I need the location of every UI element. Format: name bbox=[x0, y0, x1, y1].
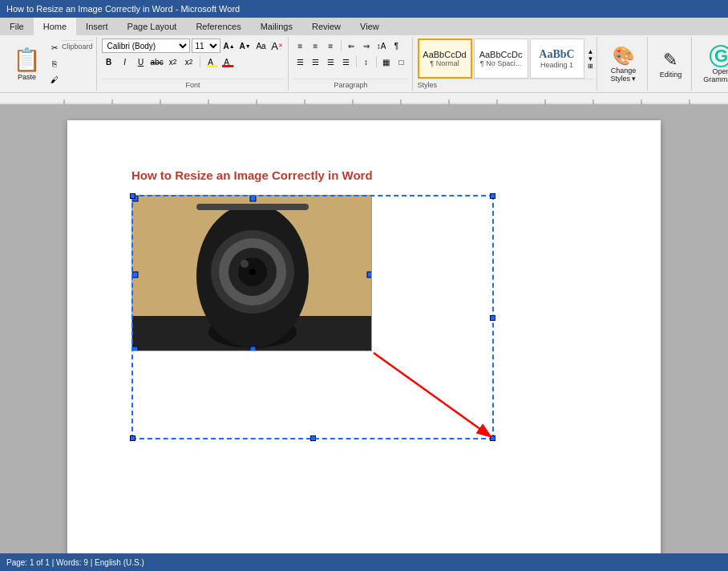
format-painter-button[interactable]: 🖌 bbox=[47, 73, 62, 87]
shrink-font-button[interactable]: A▼ bbox=[238, 38, 253, 53]
paragraph-group: ≡ ≡ ≡ ⇐ ⇒ ↕A ¶ ☰ ☰ ☰ ☰ ↕ ▦ □ Paragraph bbox=[290, 37, 413, 91]
svg-line-34 bbox=[374, 353, 489, 435]
font-divider bbox=[200, 56, 200, 67]
paragraph-label: Paragraph bbox=[293, 79, 409, 89]
style-heading1-button[interactable]: AaBbC Heading 1 bbox=[530, 38, 584, 79]
clipboard-group: 📋 Paste ✂ ⎘ 🖌 Clipboard bbox=[3, 37, 97, 91]
clipboard-label: Clipboard bbox=[62, 40, 93, 89]
svg-rect-28 bbox=[132, 196, 138, 201]
styles-more[interactable]: ⊞ bbox=[588, 63, 594, 70]
align-left-button[interactable]: ☰ bbox=[293, 55, 308, 69]
line-spacing-button[interactable]: ↕ bbox=[359, 55, 374, 69]
webcam-image bbox=[131, 195, 372, 351]
multilevel-list-button[interactable]: ≡ bbox=[324, 38, 338, 53]
title-bar: How to Resize an Image Correctly in Word… bbox=[0, 0, 728, 18]
bullets-button[interactable]: ≡ bbox=[293, 38, 308, 53]
subscript-button[interactable]: x2 bbox=[166, 55, 180, 69]
editing-group: ✎ Editing bbox=[649, 37, 692, 91]
svg-rect-30 bbox=[132, 272, 138, 277]
superscript-button[interactable]: x2 bbox=[182, 55, 196, 69]
ribbon-content: 📋 Paste ✂ ⎘ 🖌 Clipboard Calibri (Body) 1… bbox=[0, 35, 728, 92]
ruler-svg bbox=[0, 93, 728, 104]
grow-font-button[interactable]: A▲ bbox=[222, 38, 237, 53]
decrease-indent-button[interactable]: ⇐ bbox=[344, 38, 358, 53]
font-family-select[interactable]: Calibri (Body) bbox=[102, 38, 190, 53]
window-title: How to Resize an Image Correctly in Word… bbox=[6, 4, 240, 14]
shading-button[interactable]: ▦ bbox=[379, 55, 394, 69]
copy-button[interactable]: ⎘ bbox=[47, 57, 62, 71]
svg-rect-0 bbox=[0, 93, 728, 104]
handle-bottom-mid bbox=[310, 435, 316, 441]
tab-view[interactable]: View bbox=[350, 18, 389, 35]
styles-scroll-down[interactable]: ▼ bbox=[588, 55, 594, 63]
increase-indent-button[interactable]: ⇒ bbox=[359, 38, 374, 53]
grammarly-group: G OpenGrammarly bbox=[694, 37, 728, 91]
underline-button[interactable]: U bbox=[134, 55, 148, 69]
style-normal-button[interactable]: AaBbCcDd ¶ Normal bbox=[418, 38, 472, 79]
svg-rect-27 bbox=[196, 204, 309, 210]
svg-rect-31 bbox=[367, 272, 372, 277]
svg-rect-33 bbox=[250, 346, 256, 351]
status-bar: Page: 1 of 1 | Words: 9 | English (U.S.) bbox=[0, 553, 728, 571]
font-color-button[interactable]: A bbox=[220, 55, 234, 69]
justify-button[interactable]: ☰ bbox=[339, 55, 354, 69]
change-case-button[interactable]: Aa bbox=[254, 38, 269, 53]
tab-references[interactable]: References bbox=[186, 18, 250, 35]
handle-bottom-left bbox=[130, 435, 135, 441]
tab-page-layout[interactable]: Page Layout bbox=[118, 18, 187, 35]
image-container[interactable] bbox=[131, 195, 372, 351]
font-group: Calibri (Body) 11 A▲ A▼ Aa A✕ B I U abc … bbox=[99, 37, 289, 91]
sort-button[interactable]: ↕A bbox=[374, 38, 389, 53]
change-styles-group: 🎨 ChangeStyles ▾ bbox=[599, 37, 648, 91]
para-divider1 bbox=[341, 40, 342, 51]
tab-insert[interactable]: Insert bbox=[76, 18, 118, 35]
strikethrough-button[interactable]: abc bbox=[150, 55, 164, 69]
page: How to Resize an Image Correctly in Word bbox=[67, 120, 661, 571]
styles-label: Styles bbox=[418, 79, 594, 89]
editing-button[interactable]: ✎ Editing bbox=[653, 44, 688, 84]
status-language: English (U.S.) bbox=[95, 558, 144, 567]
style-normal-sample: AaBbCcDd bbox=[423, 50, 466, 59]
handle-top-right bbox=[490, 193, 495, 199]
para-divider2 bbox=[356, 56, 357, 67]
font-size-select[interactable]: 11 bbox=[192, 38, 220, 53]
open-grammarly-button[interactable]: G OpenGrammarly bbox=[700, 44, 728, 84]
highlight-color-button[interactable]: A bbox=[204, 55, 218, 69]
tab-review[interactable]: Review bbox=[302, 18, 350, 35]
ribbon-tabs[interactable]: File Home Insert Page Layout References … bbox=[0, 18, 728, 35]
style-nospacing-sample: AaBbCcDc bbox=[479, 50, 523, 59]
italic-button[interactable]: I bbox=[118, 55, 132, 69]
numbering-button[interactable]: ≡ bbox=[309, 38, 323, 53]
styles-scroll: ▲ ▼ ⊞ bbox=[588, 48, 594, 70]
align-right-button[interactable]: ☰ bbox=[324, 55, 338, 69]
document-area: How to Resize an Image Correctly in Word bbox=[0, 104, 728, 571]
tab-mailings[interactable]: Mailings bbox=[251, 18, 302, 35]
svg-rect-32 bbox=[132, 346, 138, 351]
style-heading1-sample: AaBbC bbox=[539, 48, 574, 61]
paste-button[interactable]: 📋 Paste bbox=[11, 44, 42, 84]
cut-button[interactable]: ✂ bbox=[47, 41, 62, 55]
svg-point-26 bbox=[249, 269, 256, 275]
ruler bbox=[0, 93, 728, 104]
align-center-button[interactable]: ☰ bbox=[309, 55, 323, 69]
style-normal-label: ¶ Normal bbox=[430, 59, 459, 67]
svg-point-25 bbox=[241, 260, 249, 268]
style-nospacing-button[interactable]: AaBbCcDc ¶ No Spaci... bbox=[474, 38, 528, 79]
document-title: How to Resize an Image Correctly in Word bbox=[131, 168, 597, 182]
tab-file[interactable]: File bbox=[0, 18, 34, 35]
styles-group: AaBbCcDd ¶ Normal AaBbCcDc ¶ No Spaci...… bbox=[415, 37, 598, 91]
clipboard-main: 📋 Paste bbox=[6, 38, 47, 89]
show-marks-button[interactable]: ¶ bbox=[390, 38, 404, 53]
tab-home[interactable]: Home bbox=[34, 18, 76, 35]
borders-button[interactable]: □ bbox=[394, 55, 409, 69]
style-heading1-label: Heading 1 bbox=[540, 61, 573, 69]
svg-rect-29 bbox=[250, 196, 256, 201]
bold-button[interactable]: B bbox=[102, 55, 116, 69]
style-nospacing-label: ¶ No Spaci... bbox=[480, 59, 521, 67]
handle-right-mid bbox=[490, 315, 495, 321]
change-styles-button[interactable]: 🎨 ChangeStyles ▾ bbox=[602, 44, 644, 84]
handle-bottom-right bbox=[490, 435, 495, 441]
font-label: Font bbox=[102, 79, 285, 89]
clear-formatting-button[interactable]: A✕ bbox=[270, 38, 285, 53]
styles-scroll-up[interactable]: ▲ bbox=[588, 48, 594, 55]
